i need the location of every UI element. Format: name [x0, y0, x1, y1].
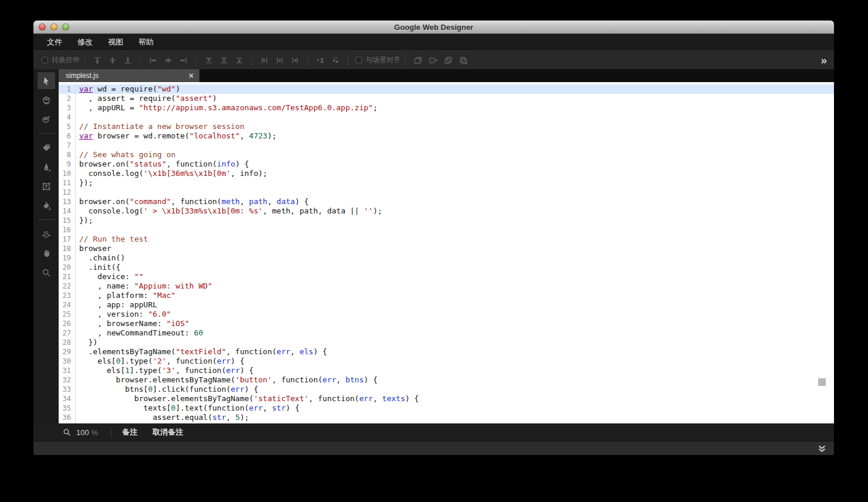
- code-line[interactable]: 33 btns[0].click(function(err) {: [59, 385, 834, 394]
- line-text: }): [76, 338, 834, 347]
- code-line[interactable]: 30 els[0].type('2', function(err) {: [59, 357, 834, 366]
- code-line[interactable]: 13browser.on("command", function(meth, p…: [59, 197, 834, 206]
- divider: [111, 428, 111, 437]
- code-line[interactable]: 23 , platform: "Mac": [59, 291, 834, 300]
- space-vertical-icon[interactable]: [328, 53, 343, 67]
- line-number: 1: [59, 84, 76, 94]
- zoom-tool[interactable]: [38, 264, 55, 281]
- code-line[interactable]: 9browser.on("status", function(info) {: [59, 160, 834, 169]
- zoom-level-value[interactable]: 100: [76, 428, 89, 437]
- code-line[interactable]: 10 console.log('\x1b[36m%s\x1b[0m', info…: [59, 169, 834, 178]
- code-line[interactable]: 22 , name: "Appium: with WD": [59, 281, 834, 291]
- align-left-icon[interactable]: [145, 53, 161, 67]
- align-right-icon[interactable]: [176, 53, 191, 67]
- align-top-icon[interactable]: [90, 53, 105, 67]
- duplicate-frame-icon[interactable]: [441, 53, 456, 67]
- hand-tool[interactable]: [38, 245, 55, 262]
- zoom-button[interactable]: [62, 23, 69, 30]
- code-line[interactable]: 16: [59, 225, 834, 235]
- divider: [348, 55, 348, 66]
- code-line[interactable]: 11});: [59, 178, 834, 188]
- space-horizontal-icon[interactable]: [313, 53, 328, 67]
- code-line[interactable]: 21 device: "": [59, 272, 834, 281]
- code-lines[interactable]: 1var wd = require("wd")2 , assert = requ…: [59, 82, 834, 423]
- align-horizontal-center-icon[interactable]: [161, 53, 176, 67]
- comment-button[interactable]: 备注: [122, 427, 137, 437]
- menu-view[interactable]: 视图: [100, 34, 131, 50]
- line-number: 34: [59, 394, 76, 403]
- code-line[interactable]: 8// See whats going on: [59, 150, 834, 160]
- code-line[interactable]: 20 .init({: [59, 263, 834, 272]
- collapse-panel-button[interactable]: [818, 445, 826, 452]
- code-line[interactable]: 24 , app: appURL: [59, 300, 834, 310]
- tab-close-icon[interactable]: ×: [189, 72, 194, 80]
- scene-align-checkbox[interactable]: [355, 57, 362, 63]
- code-line[interactable]: 19 .chain(): [59, 253, 834, 263]
- line-number: 11: [59, 178, 76, 188]
- stage-rotate-tool[interactable]: [38, 225, 55, 242]
- line-number: 33: [59, 385, 76, 394]
- code-line[interactable]: 14 console.log(' > \x1b[33m%s\x1b[0m: %s…: [59, 206, 834, 216]
- text-tool[interactable]: [38, 178, 55, 195]
- code-line[interactable]: 28 }): [59, 338, 834, 347]
- menu-help[interactable]: 帮助: [131, 34, 161, 50]
- code-line[interactable]: 29 .elementsByTagName("textField", funct…: [59, 347, 834, 357]
- align-bottom-icon[interactable]: [120, 53, 135, 67]
- menu-file[interactable]: 文件: [39, 34, 70, 50]
- code-line[interactable]: 6var browser = wd.remote("localhost", 47…: [59, 131, 834, 141]
- code-line[interactable]: 4: [59, 113, 834, 122]
- line-number: 36: [59, 413, 76, 422]
- convert-control-checkbox[interactable]: [42, 57, 48, 63]
- translate-3d-tool[interactable]: [38, 111, 55, 128]
- code-line[interactable]: 17// Run the test: [59, 235, 834, 244]
- code-line[interactable]: 1var wd = require("wd"): [59, 84, 834, 94]
- align-vertical-center-icon[interactable]: [105, 53, 120, 67]
- code-line[interactable]: 12: [59, 188, 834, 197]
- paint-tool[interactable]: [38, 197, 55, 214]
- line-number: 20: [59, 263, 76, 272]
- selection-tool[interactable]: [38, 72, 55, 89]
- scrollbar-thumb[interactable]: [818, 378, 826, 386]
- code-line[interactable]: 2 , assert = require("assert"): [59, 94, 834, 103]
- code-line[interactable]: 25 , version: "6.0": [59, 310, 834, 319]
- code-line[interactable]: 3 , appURL = "http://appium.s3.amazonaws…: [59, 103, 834, 113]
- minimize-button[interactable]: [50, 23, 57, 30]
- menu-modify[interactable]: 修改: [70, 34, 100, 50]
- code-line[interactable]: 34 browser.elementsByTagName('staticText…: [59, 394, 834, 403]
- code-line[interactable]: 31 els[1].type('3', function(err) {: [59, 366, 834, 375]
- tag-tool[interactable]: [38, 139, 55, 156]
- toolbar-overflow-button[interactable]: »: [820, 51, 826, 69]
- distribute-top-icon[interactable]: [201, 53, 216, 67]
- close-button[interactable]: [39, 23, 46, 30]
- distribute-right-icon[interactable]: [287, 53, 303, 67]
- line-text: , browserName: "iOS": [76, 319, 834, 328]
- distribute-vertical-center-icon[interactable]: [216, 53, 232, 67]
- code-line[interactable]: 36 assert.equal(str, 5);: [59, 413, 834, 422]
- rotate-3d-tool[interactable]: [38, 91, 55, 108]
- code-line[interactable]: 18browser: [59, 244, 834, 253]
- line-text: var wd = require("wd"): [76, 84, 834, 94]
- code-line[interactable]: 32 browser.elementsByTagName('button', f…: [59, 375, 834, 385]
- code-line[interactable]: 35 texts[0].text(function(err, str) {: [59, 403, 834, 413]
- distribute-left-icon[interactable]: [257, 53, 272, 67]
- tab-simplest-js[interactable]: simplest.js ×: [59, 69, 199, 82]
- code-line[interactable]: 27 , newCommandTimeout: 60: [59, 328, 834, 338]
- distribute-horizontal-center-icon[interactable]: [272, 53, 287, 67]
- titlebar[interactable]: Google Web Designer: [33, 21, 834, 34]
- line-number: 26: [59, 319, 76, 328]
- code-line[interactable]: 37 browser.quit();: [59, 422, 834, 423]
- rotate-object-icon[interactable]: [411, 53, 426, 67]
- code-line[interactable]: 15});: [59, 216, 834, 225]
- code-line[interactable]: 26 , browserName: "iOS": [59, 319, 834, 328]
- code-line[interactable]: 5// Instantiate a new browser session: [59, 122, 834, 131]
- convert-control-label: 转换控件: [52, 55, 80, 65]
- line-number: 13: [59, 197, 76, 206]
- pen-tool[interactable]: [38, 158, 55, 175]
- line-number: 10: [59, 169, 76, 178]
- code-editor[interactable]: 1var wd = require("wd")2 , assert = requ…: [59, 82, 834, 423]
- uncomment-button[interactable]: 取消备注: [152, 427, 183, 437]
- distribute-bottom-icon[interactable]: [232, 53, 247, 67]
- clone-down-icon[interactable]: [456, 53, 472, 67]
- export-frame-icon[interactable]: [426, 53, 441, 67]
- code-line[interactable]: 7: [59, 141, 834, 150]
